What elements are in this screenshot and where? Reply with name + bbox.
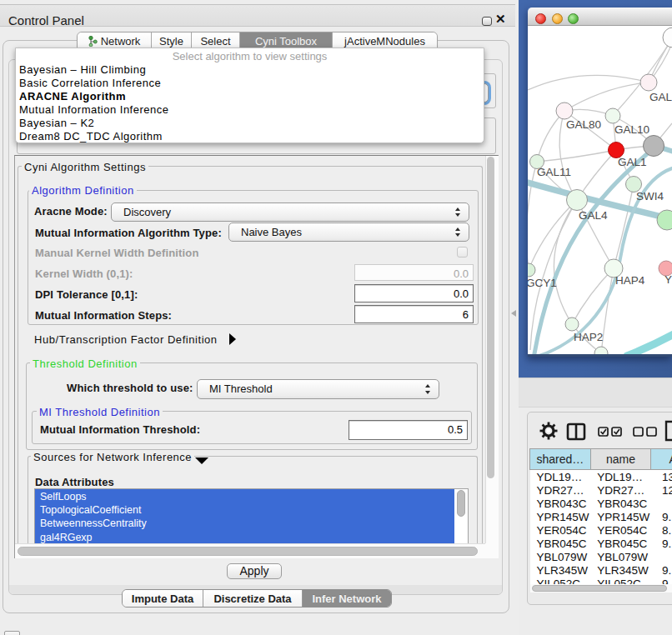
attribute-item[interactable]: TopologicalCoefficient: [40, 503, 449, 517]
data-attributes-list[interactable]: SelfLoopsTopologicalCoefficientBetweenne…: [34, 488, 469, 544]
table-cell[interactable]: 9.: [651, 563, 672, 577]
splitter-collapse-icon[interactable]: [511, 310, 516, 317]
zoom-traffic-light-icon[interactable]: [568, 13, 579, 24]
node-label: HAP2: [574, 331, 603, 343]
tab-impute-data[interactable]: Impute Data: [123, 590, 203, 607]
popup-item[interactable]: Mutual Information Inference: [19, 103, 478, 117]
table-cell[interactable]: 8.: [651, 523, 672, 537]
mi-type-combobox[interactable]: Naive Bayes: [228, 222, 469, 242]
popup-item[interactable]: Bayesian – K2: [19, 117, 478, 130]
table-row[interactable]: YBL079WYBL079W: [530, 550, 672, 563]
table-cell[interactable]: YBR043C: [530, 497, 591, 510]
table-cell[interactable]: YLR345W: [530, 563, 591, 577]
status-bar-icon[interactable]: [4, 631, 20, 635]
popup-item[interactable]: Bayesian – Hill Climbing: [19, 63, 478, 77]
manual-kernel-checkbox[interactable]: [457, 247, 468, 258]
node-label: GAL4: [579, 209, 608, 222]
table-row[interactable]: YDL19…YDL19…13: [530, 470, 672, 484]
column-header-shared[interactable]: shared…: [530, 449, 591, 470]
deselect-all-icon[interactable]: [633, 427, 658, 437]
kernel-width-field[interactable]: 0.0: [354, 264, 474, 281]
network-node[interactable]: [640, 74, 657, 91]
table-cell[interactable]: YDR27…: [530, 483, 591, 497]
table-cell[interactable]: YBR043C: [590, 497, 651, 510]
close-traffic-light-icon[interactable]: [535, 13, 546, 24]
table-cell[interactable]: YER054C: [530, 523, 591, 537]
mi-threshold-field[interactable]: 0.5: [349, 420, 468, 440]
popup-item[interactable]: ARACNE Algorithm: [19, 90, 478, 103]
split-columns-icon[interactable]: [566, 422, 586, 441]
select-all-icon[interactable]: [598, 427, 623, 437]
node-attribute-table[interactable]: shared…nameAYDL19…YDL19…13YDR27…YDR27…12…: [529, 448, 672, 590]
table-row[interactable]: YLR345WYLR345W9.: [530, 563, 672, 577]
table-cell[interactable]: YPR145W: [530, 510, 591, 523]
attributes-scrollbar-thumb[interactable]: [457, 490, 465, 517]
popup-item[interactable]: Dream8 DC_TDC Algorithm: [19, 130, 478, 143]
column-header-name[interactable]: name: [590, 449, 651, 470]
attribute-item[interactable]: BetweennessCentrality: [40, 517, 449, 530]
network-node[interactable]: [663, 28, 672, 48]
table-row[interactable]: YPR145WYPR145W9.: [530, 510, 672, 523]
network-graph: GAL2GAL80GAL10GAL1GAL11SWI4GAL4GCY1HAP4Y…: [528, 26, 672, 354]
tab-infer-network[interactable]: Infer Network: [303, 590, 391, 607]
tab-discretize-data[interactable]: Discretize Data: [203, 590, 303, 607]
table-panel-titlebar[interactable]: Table Panel: [519, 378, 672, 408]
node-label: GAL80: [566, 118, 601, 131]
apply-button[interactable]: Apply: [227, 563, 282, 579]
dpi-tolerance-field[interactable]: 0.0: [354, 284, 474, 302]
aracne-mode-combobox[interactable]: Discovery: [111, 202, 469, 222]
table-cell[interactable]: 9.: [651, 537, 672, 550]
minimize-traffic-light-icon[interactable]: [552, 13, 563, 24]
network-node[interactable]: [644, 136, 664, 157]
table-cell[interactable]: YPR145W: [590, 510, 651, 523]
network-node[interactable]: [528, 263, 535, 277]
network-window-titlebar[interactable]: [528, 8, 672, 26]
table-row[interactable]: YDR27…YDR27…12: [530, 483, 672, 497]
gear-icon[interactable]: [539, 421, 559, 441]
table-cell[interactable]: 13: [651, 470, 672, 484]
column-header-A[interactable]: A: [651, 449, 672, 470]
table-row[interactable]: YBR045CYBR045C9.: [530, 537, 672, 550]
settings-hscrollbar-thumb[interactable]: [18, 547, 478, 556]
combo-up-arrow-icon: [425, 384, 430, 388]
float-window-icon[interactable]: [482, 17, 492, 26]
close-icon[interactable]: ✕: [495, 12, 506, 27]
cyni-settings-group-title: Cyni Algorithm Settings: [22, 161, 148, 173]
which-threshold-combobox[interactable]: MI Threshold: [197, 379, 439, 399]
document-icon[interactable]: [664, 420, 672, 442]
network-node[interactable]: [565, 318, 579, 331]
attribute-item[interactable]: gal4RGexp: [40, 531, 449, 544]
table-hscrollbar-thumb[interactable]: [532, 585, 667, 592]
table-row[interactable]: YER054CYER054C8.: [530, 523, 672, 537]
table-cell[interactable]: 9.: [651, 510, 672, 523]
network-node[interactable]: [567, 190, 588, 211]
sources-collapse-arrow-icon[interactable]: [195, 458, 208, 464]
network-node[interactable]: [594, 347, 608, 354]
table-cell[interactable]: YER054C: [590, 523, 651, 537]
table-cell[interactable]: YDL19…: [590, 470, 651, 484]
table-cell[interactable]: YBL079W: [530, 550, 591, 563]
mi-steps-field[interactable]: 6: [354, 305, 474, 323]
network-window[interactable]: GAL2GAL80GAL10GAL1GAL11SWI4GAL4GCY1HAP4Y…: [528, 8, 672, 357]
table-cell[interactable]: YLR345W: [590, 563, 651, 577]
table-cell[interactable]: [651, 497, 672, 510]
attribute-item[interactable]: SelfLoops: [40, 490, 449, 503]
table-cell[interactable]: YDL19…: [530, 470, 591, 484]
algorithm-dropdown-popup: Select algorithm to view settings Bayesi…: [15, 48, 484, 143]
table-cell[interactable]: 12: [651, 483, 672, 497]
table-cell[interactable]: YBL079W: [590, 550, 651, 563]
table-cell[interactable]: YBR045C: [530, 537, 591, 550]
table-cell[interactable]: YDR27…: [590, 483, 651, 497]
mi-threshold-group-title: MI Threshold Definition: [37, 406, 163, 418]
network-node[interactable]: [556, 102, 573, 119]
table-row[interactable]: YBR043CYBR043C: [530, 497, 672, 510]
control-panel-titlebar[interactable]: Control Panel ✕: [0, 4, 515, 27]
network-node[interactable]: [605, 108, 620, 123]
table-cell[interactable]: [651, 550, 672, 563]
popup-item[interactable]: Basic Correlation Inference: [19, 77, 478, 90]
table-cell[interactable]: YBR045C: [590, 537, 651, 550]
tab-label: Cyni Toolbox: [255, 35, 317, 48]
settings-vscrollbar-thumb[interactable]: [487, 157, 494, 478]
hub-expand-arrow-icon[interactable]: [229, 333, 236, 345]
network-canvas[interactable]: GAL2GAL80GAL10GAL1GAL11SWI4GAL4GCY1HAP4Y…: [528, 26, 672, 354]
